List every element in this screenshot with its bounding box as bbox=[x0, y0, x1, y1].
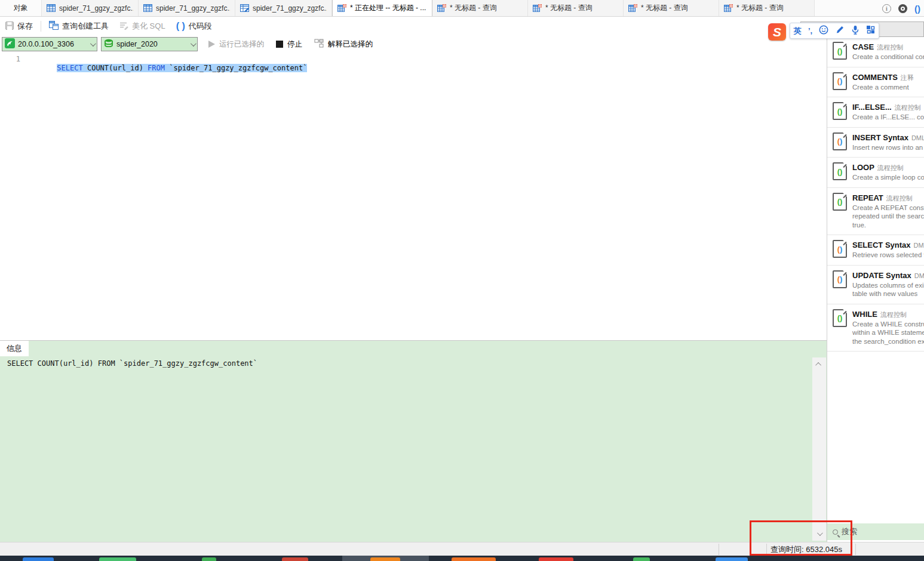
taskbar-app-icon[interactable] bbox=[370, 557, 400, 561]
scroll-down-icon[interactable] bbox=[817, 530, 823, 536]
toolbar-separator bbox=[41, 21, 41, 32]
tab-item[interactable]: spider_71_ggzy_zgzfc... bbox=[139, 0, 235, 16]
snippet-description: the search_condition expre bbox=[852, 337, 924, 346]
beautify-sql-label: 美化 SQL bbox=[132, 21, 165, 32]
stop-label: 停止 bbox=[287, 39, 302, 50]
sql-token: `spider_71_ggzy_zgzfcgw_content` bbox=[169, 64, 307, 72]
taskbar-app-icon[interactable] bbox=[539, 557, 573, 561]
snippet-description: Create a IF...ELSE... constru bbox=[852, 113, 924, 122]
snippet-category-tag: 流程控制 bbox=[895, 104, 921, 111]
taskbar-app-icon[interactable] bbox=[716, 557, 748, 561]
taskbar-app-icon[interactable] bbox=[633, 557, 650, 561]
beautify-sql-button[interactable]: 美化 SQL bbox=[114, 17, 171, 36]
snippet-item[interactable]: ()REPEAT流程控制Create A REPEAT constructrep… bbox=[827, 188, 924, 236]
ime-toolbox-icon[interactable] bbox=[866, 25, 875, 36]
sogou-logo-icon[interactable]: S bbox=[768, 23, 786, 41]
chevron-down-icon bbox=[191, 41, 197, 47]
emoji-icon[interactable] bbox=[819, 25, 828, 37]
snippet-list: ()CASE流程控制Create a conditional constr()C… bbox=[827, 37, 924, 352]
tab-item[interactable]: * 无标题 - 查询 bbox=[432, 0, 528, 16]
snippet-item[interactable]: ()IF...ELSE...流程控制Create a IF...ELSE... … bbox=[827, 97, 924, 128]
sql-token: COUNT(url_id) bbox=[87, 64, 148, 72]
query-builder-button[interactable]: 查询创建工具 bbox=[44, 17, 114, 36]
connection-select[interactable]: 20.0.0.100_3306 bbox=[2, 37, 97, 51]
microphone-icon[interactable] bbox=[851, 25, 859, 37]
tab-bar: 对象spider_71_ggzy_zgzfc...spider_71_ggzy_… bbox=[0, 0, 924, 17]
snippet-description: Create a WHILE construct. bbox=[852, 320, 924, 329]
tab-label: * 无标题 - 查询 bbox=[641, 3, 688, 13]
table-icon bbox=[47, 4, 56, 12]
message-sql-text: SELECT COUNT(url_id) FROM `spider_71_ggz… bbox=[7, 359, 257, 368]
search-icon bbox=[833, 529, 838, 535]
table-edit-icon bbox=[240, 4, 249, 12]
query-icon bbox=[628, 4, 637, 12]
snippet-doc-icon: () bbox=[833, 132, 847, 150]
taskbar-app-icon[interactable] bbox=[452, 557, 496, 561]
snippet-category-tag: 注释 bbox=[901, 74, 914, 81]
database-select[interactable]: spider_2020 bbox=[101, 37, 198, 51]
eye-icon[interactable] bbox=[898, 4, 907, 13]
snippet-item[interactable]: ()SELECT SyntaxDMLRetrieve rows selected… bbox=[827, 235, 924, 266]
snippet-description: Updates columns of existin bbox=[852, 281, 924, 290]
snippet-description: table with new values bbox=[852, 289, 924, 298]
run-selected-button[interactable]: 运行已选择的 bbox=[202, 39, 270, 50]
tab-objects[interactable]: 对象 bbox=[0, 0, 42, 16]
snippet-title: LOOP bbox=[852, 163, 874, 172]
tab-query-active[interactable]: * 正在处理 -- 无标题 - ... bbox=[332, 0, 432, 16]
tab-label: spider_71_ggzy_zgzfc... bbox=[253, 4, 327, 13]
tab-label: * 无标题 - 查询 bbox=[545, 3, 593, 13]
taskbar-app-icon[interactable] bbox=[23, 557, 54, 561]
info-tab-label: 信息 bbox=[7, 343, 22, 354]
snippet-category-tag: DM bbox=[914, 272, 924, 279]
snippet-category-tag: DML bbox=[911, 134, 924, 141]
snippet-item[interactable]: ()INSERT SyntaxDMLInsert new rows into a… bbox=[827, 128, 924, 158]
snippet-description: Retrieve rows selected from bbox=[852, 251, 924, 260]
database-icon bbox=[104, 39, 113, 50]
tab-label: spider_71_ggzy_zgzfc... bbox=[156, 4, 230, 13]
tab-item[interactable]: * 无标题 - 查询 bbox=[624, 0, 719, 16]
snippet-item[interactable]: ()LOOP流程控制Create a simple loop const bbox=[827, 158, 924, 188]
snippet-title: REPEAT bbox=[852, 193, 883, 202]
ime-language-toggle[interactable]: 英 bbox=[794, 26, 802, 36]
tab-label: * 正在处理 -- 无标题 - ... bbox=[350, 3, 426, 13]
window-icons: i () bbox=[882, 0, 920, 17]
tab-item[interactable]: spider_71_ggzy_zgzfc... bbox=[235, 0, 332, 16]
snippet-item[interactable]: ()WHILE流程控制Create a WHILE construct.with… bbox=[827, 304, 924, 352]
taskbar-app-icon[interactable] bbox=[202, 557, 216, 561]
query-icon bbox=[533, 4, 542, 12]
run-icon bbox=[208, 41, 215, 48]
info-icon[interactable]: i bbox=[882, 4, 891, 13]
snippet-item[interactable]: ()COMMENTS注释Create a comment bbox=[827, 67, 924, 98]
scroll-up-icon[interactable] bbox=[815, 362, 821, 368]
ime-punctuation-toggle[interactable]: ’, bbox=[808, 26, 812, 35]
taskbar-app-icon[interactable] bbox=[282, 557, 308, 561]
snippet-search-box[interactable]: 搜索 bbox=[827, 523, 924, 540]
snippet-item[interactable]: ()UPDATE SyntaxDMUpdates columns of exis… bbox=[827, 266, 924, 304]
stop-button[interactable]: 停止 bbox=[270, 39, 308, 50]
status-separator bbox=[766, 544, 767, 555]
handwriting-pen-icon[interactable] bbox=[836, 25, 845, 36]
run-selected-label: 运行已选择的 bbox=[219, 39, 264, 50]
message-pane: 信息 SELECT COUNT(url_id) FROM `spider_71_… bbox=[0, 340, 827, 542]
explain-selected-button[interactable]: 解释已选择的 bbox=[308, 39, 379, 50]
message-scrollbar[interactable] bbox=[812, 357, 826, 541]
tab-info[interactable]: 信息 bbox=[0, 341, 29, 356]
tab-item[interactable]: spider_71_ggzy_zgzfc... bbox=[42, 0, 139, 16]
snippet-doc-icon: () bbox=[833, 193, 847, 211]
ime-toolbar: 英 ’, bbox=[790, 23, 879, 39]
connection-icon bbox=[5, 38, 15, 50]
tab-item[interactable]: * 无标题 - 查询 bbox=[719, 0, 815, 16]
query-builder-icon bbox=[49, 21, 59, 32]
snippet-title: WHILE bbox=[852, 310, 877, 319]
code-snippet-toggle-icon[interactable]: () bbox=[914, 4, 920, 13]
snippet-description: Insert new rows into an ex bbox=[852, 143, 924, 152]
snippet-item[interactable]: ()CASE流程控制Create a conditional constr bbox=[827, 37, 924, 67]
tab-item[interactable]: * 无标题 - 查询 bbox=[528, 0, 624, 16]
taskbar-app-icon[interactable] bbox=[99, 557, 136, 561]
snippet-title: COMMENTS bbox=[852, 73, 898, 82]
save-button[interactable]: 保存 bbox=[0, 17, 38, 36]
tab-bar-tabs: 对象spider_71_ggzy_zgzfc...spider_71_ggzy_… bbox=[0, 0, 815, 16]
navicat-window: 对象spider_71_ggzy_zgzfc...spider_71_ggzy_… bbox=[0, 0, 924, 561]
code-snippet-button[interactable]: ( ) 代码段 bbox=[171, 17, 217, 36]
sql-editor[interactable]: 1 SELECT COUNT(url_id) FROM `spider_71_g… bbox=[0, 53, 827, 340]
